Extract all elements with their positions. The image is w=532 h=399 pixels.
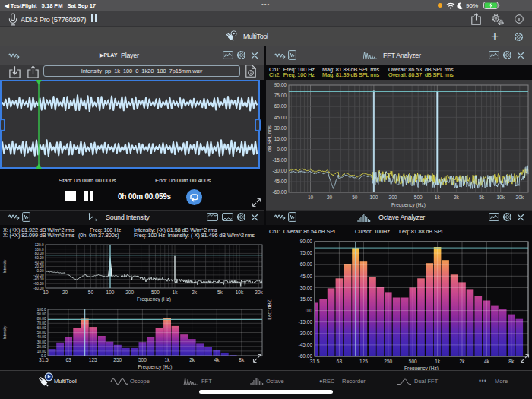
svg-text:10k: 10k bbox=[236, 290, 244, 295]
svg-text:-15.00: -15.00 bbox=[299, 319, 313, 325]
svg-text:60.00: 60.00 bbox=[37, 326, 46, 330]
svg-text:40.00: 40.00 bbox=[35, 261, 44, 264]
svg-text:10: 10 bbox=[43, 290, 49, 295]
svg-text:0.00: 0.00 bbox=[277, 147, 287, 152]
svg-text:200: 200 bbox=[389, 195, 397, 200]
svg-text:Frequency (Hz): Frequency (Hz) bbox=[137, 296, 171, 302]
svg-text:75.00: 75.00 bbox=[300, 250, 313, 255]
svg-text:15.00: 15.00 bbox=[274, 136, 287, 141]
svg-text:10k: 10k bbox=[496, 195, 505, 200]
svg-text:100: 100 bbox=[106, 290, 115, 295]
svg-text:100.0: 100.0 bbox=[35, 248, 44, 252]
svg-text:80.00: 80.00 bbox=[37, 317, 46, 321]
svg-text:-45.00: -45.00 bbox=[273, 179, 287, 184]
svg-text:2k: 2k bbox=[454, 195, 460, 200]
svg-text:5k: 5k bbox=[217, 290, 223, 295]
svg-text:250: 250 bbox=[113, 357, 122, 363]
svg-text:0.0: 0.0 bbox=[306, 308, 312, 313]
svg-text:-15.00: -15.00 bbox=[273, 157, 287, 163]
svg-text:2k: 2k bbox=[460, 359, 466, 364]
svg-text:dB SPL rms: dB SPL rms bbox=[267, 125, 272, 152]
svg-text:20k: 20k bbox=[516, 195, 524, 200]
svg-text:4k: 4k bbox=[214, 357, 220, 363]
svg-text:31.5: 31.5 bbox=[39, 357, 49, 363]
svg-text:60.00: 60.00 bbox=[35, 256, 44, 260]
svg-text:-30.00: -30.00 bbox=[273, 168, 287, 173]
svg-text:0.00: 0.00 bbox=[36, 269, 44, 273]
svg-text:50.00: 50.00 bbox=[37, 331, 46, 334]
svg-text:50: 50 bbox=[352, 195, 358, 200]
svg-text:20.00: 20.00 bbox=[37, 345, 46, 349]
svg-text:-45.00: -45.00 bbox=[299, 342, 313, 347]
svg-text:10: 10 bbox=[308, 195, 314, 200]
svg-text:Leq: dBZ: Leq: dBZ bbox=[267, 299, 273, 319]
svg-text:10.00: 10.00 bbox=[37, 350, 46, 353]
svg-text:30.00: 30.00 bbox=[37, 340, 46, 344]
svg-text:500: 500 bbox=[151, 290, 160, 295]
svg-text:50: 50 bbox=[88, 290, 94, 295]
svg-text:20k: 20k bbox=[255, 290, 263, 295]
svg-text:250: 250 bbox=[384, 359, 392, 364]
svg-text:-60.00: -60.00 bbox=[273, 189, 287, 195]
svg-text:120.0: 120.0 bbox=[35, 243, 44, 247]
svg-text:8k: 8k bbox=[239, 357, 245, 363]
svg-text:2k: 2k bbox=[189, 357, 195, 363]
svg-text:90.00: 90.00 bbox=[37, 312, 46, 316]
svg-text:90.00: 90.00 bbox=[274, 82, 287, 87]
svg-text:63: 63 bbox=[65, 357, 71, 363]
svg-text:60.00: 60.00 bbox=[274, 103, 287, 109]
svg-text:Intensity: Intensity bbox=[3, 259, 7, 273]
svg-text:90.00: 90.00 bbox=[300, 239, 313, 244]
svg-text:500: 500 bbox=[138, 357, 147, 363]
svg-text:45.00: 45.00 bbox=[300, 274, 313, 279]
svg-text:-20.00: -20.00 bbox=[33, 274, 44, 277]
svg-text:1k: 1k bbox=[435, 195, 441, 200]
svg-text:70.00: 70.00 bbox=[37, 321, 46, 325]
svg-text:-60.00: -60.00 bbox=[33, 282, 44, 286]
svg-text:125: 125 bbox=[89, 357, 97, 363]
svg-text:5k: 5k bbox=[479, 195, 485, 200]
svg-text:8k: 8k bbox=[508, 359, 515, 364]
svg-text:1k: 1k bbox=[435, 359, 441, 364]
svg-text:63: 63 bbox=[337, 359, 343, 364]
svg-text:30.00: 30.00 bbox=[300, 285, 313, 290]
svg-text:20: 20 bbox=[327, 195, 333, 200]
svg-text:4k: 4k bbox=[484, 359, 490, 364]
svg-text:15.00: 15.00 bbox=[300, 296, 313, 302]
svg-text:1k: 1k bbox=[173, 290, 179, 295]
svg-text:500: 500 bbox=[414, 195, 423, 200]
svg-text:30.00: 30.00 bbox=[274, 125, 287, 131]
svg-text:-30.00: -30.00 bbox=[299, 331, 313, 336]
svg-text:1k: 1k bbox=[165, 357, 171, 363]
svg-text:2k: 2k bbox=[192, 290, 198, 295]
svg-text:75.00: 75.00 bbox=[274, 93, 287, 98]
svg-text:100: 100 bbox=[369, 195, 378, 200]
svg-text:200: 200 bbox=[125, 290, 134, 295]
svg-text:500: 500 bbox=[409, 359, 417, 364]
svg-text:31.5: 31.5 bbox=[310, 359, 320, 364]
svg-text:20.00: 20.00 bbox=[35, 264, 44, 268]
svg-text:Frequency (Hz): Frequency (Hz) bbox=[391, 202, 426, 208]
svg-text:20: 20 bbox=[62, 290, 68, 295]
svg-text:80.00: 80.00 bbox=[35, 252, 44, 255]
svg-text:40.00: 40.00 bbox=[37, 335, 46, 339]
svg-text:125: 125 bbox=[359, 359, 368, 364]
svg-text:Frequency (Hz): Frequency (Hz) bbox=[138, 364, 173, 370]
svg-text:100.0: 100.0 bbox=[37, 308, 46, 312]
svg-text:60.00: 60.00 bbox=[300, 261, 313, 267]
svg-text:45.00: 45.00 bbox=[274, 115, 287, 120]
svg-text:Intensity: Intensity bbox=[3, 325, 7, 339]
svg-text:-40.00: -40.00 bbox=[33, 277, 44, 281]
